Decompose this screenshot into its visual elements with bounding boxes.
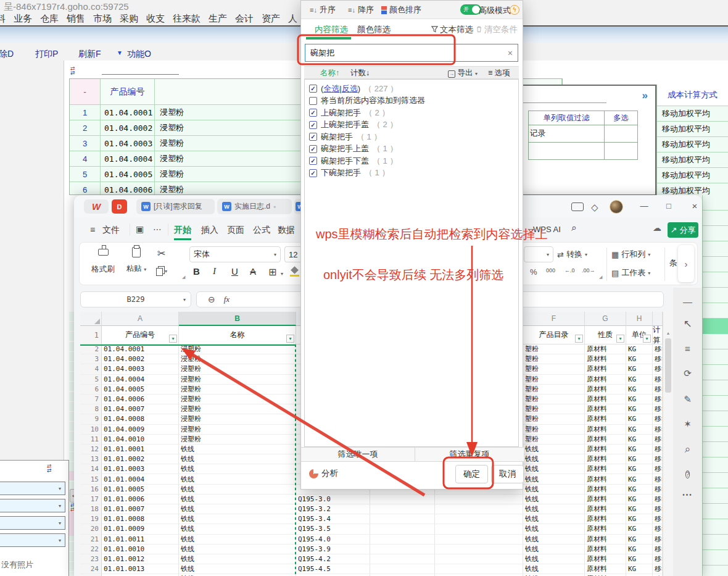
filter-button[interactable]: ▾: [643, 335, 651, 343]
conditional-format-button[interactable]: 条: [669, 257, 677, 269]
rows-cols-button[interactable]: ▦ 行和列▾: [611, 249, 650, 260]
erp-filter-input[interactable]: [102, 65, 179, 75]
scrollbar-thumb[interactable]: [665, 338, 671, 393]
erp-menu-item[interactable]: 生产: [209, 13, 227, 25]
select-all-corner[interactable]: [80, 312, 102, 326]
more-menu-icon[interactable]: ⋯: [153, 224, 162, 234]
tab-text-filter[interactable]: 文本筛选: [440, 24, 473, 35]
ribbon-expand-button[interactable]: ›: [678, 245, 694, 282]
percent-style-button[interactable]: %: [530, 267, 537, 277]
filter-button[interactable]: ▾: [169, 335, 177, 343]
erp-menu-item[interactable]: 往来款: [173, 13, 201, 25]
format-painter-button[interactable]: 格式刷: [86, 244, 120, 282]
name-box[interactable]: B229 ▾: [80, 291, 191, 307]
collapse-handle-icon[interactable]: —: [673, 296, 702, 307]
erp-print-button[interactable]: 打印P: [35, 49, 58, 60]
filter-unique-button[interactable]: 筛选唯一项: [301, 448, 415, 461]
search-icon[interactable]: ⌕: [571, 222, 577, 233]
left-dropdown-2[interactable]: ▾: [0, 499, 65, 512]
expand-double-chevron-icon[interactable]: »: [642, 90, 648, 102]
col-G[interactable]: G: [585, 312, 626, 326]
erp-menu-item[interactable]: 业务: [14, 13, 32, 25]
panel-row-record[interactable]: 记录: [529, 125, 605, 142]
name-box-caret[interactable]: ▾: [183, 297, 186, 303]
vertical-scrollbar[interactable]: ▴: [663, 312, 673, 576]
borders-button[interactable]: ⊞: [268, 266, 276, 278]
checkbox-checked[interactable]: ✓: [309, 133, 317, 141]
number-format-select[interactable]: ▾: [524, 246, 553, 262]
header-code[interactable]: 产品编号▾: [102, 326, 179, 344]
col-B[interactable]: B: [179, 312, 296, 326]
erp-col-code[interactable]: 产品编号: [101, 79, 155, 105]
sheet-row[interactable]: 23 01.01.0012 铁线 Q195-4.2 铁线 原材料 KG 移动加权…: [80, 554, 673, 564]
erp-menu-item[interactable]: 采购: [120, 13, 138, 25]
left-dropdown-1[interactable]: ▾: [0, 482, 65, 495]
minimize-button[interactable]: —: [637, 201, 651, 211]
panel-input-line[interactable]: [523, 102, 606, 103]
cloud-sync-icon[interactable]: ☁: [653, 223, 661, 233]
fill-color-button[interactable]: [289, 266, 300, 277]
app-cube-icon[interactable]: ◇: [591, 202, 598, 213]
erp-menu-item[interactable]: 销售: [67, 13, 85, 25]
sort-by-count-button[interactable]: 计数↓: [350, 68, 370, 78]
filter-button[interactable]: ▾: [616, 335, 624, 343]
filter-list-item[interactable]: ✓ 下碗架把手 （ 1 ）: [305, 167, 518, 180]
filter-button[interactable]: ▾: [575, 335, 583, 343]
menu-insert[interactable]: 插入: [201, 225, 218, 236]
advanced-mode-toggle[interactable]: 开: [460, 4, 481, 15]
tab-content-filter[interactable]: 内容筛选: [315, 24, 348, 35]
comma-style-button[interactable]: 000: [546, 267, 555, 273]
cut-button[interactable]: ✂: [157, 248, 165, 259]
left-dropdown-3[interactable]: ▾: [0, 516, 65, 530]
color-sort-button[interactable]: 颜色排序: [381, 4, 421, 15]
col-multi-select[interactable]: 多选: [605, 111, 637, 125]
underline-button[interactable]: U: [231, 266, 238, 277]
header-unit[interactable]: 单位▾: [626, 326, 653, 344]
more-dots-icon[interactable]: •••: [673, 491, 702, 498]
search-input[interactable]: 碗架把 ×: [305, 44, 518, 62]
sort-by-name-button[interactable]: 名称↑: [320, 68, 339, 78]
cancel-button[interactable]: 取消: [491, 465, 524, 483]
checkbox-checked[interactable]: ✓: [309, 121, 317, 129]
erp-menu-item[interactable]: 人: [288, 13, 297, 25]
erp-menu-item[interactable]: 会计: [235, 13, 254, 25]
sheet-row[interactable]: 21 01.01.0011 铁线 Q195-4.0 铁线 原材料 KG 移动加权…: [80, 535, 673, 545]
col-F[interactable]: F: [523, 312, 585, 326]
menu-formula[interactable]: 公式: [253, 225, 270, 236]
filter-list-item[interactable]: ✓ 上碗架把手盖 （ 2 ）: [305, 119, 518, 131]
checkbox-unchecked[interactable]: [309, 97, 317, 105]
italic-button[interactable]: I: [213, 266, 216, 277]
split-view-icon[interactable]: [571, 202, 584, 211]
copy-button[interactable]: ▾: [156, 266, 167, 276]
erp-menu-item[interactable]: 收支: [146, 13, 165, 25]
col-H[interactable]: H: [626, 312, 653, 326]
share-button[interactable]: ↗分享: [668, 222, 698, 238]
sheet-row[interactable]: 22 01.01.0010 铁线 Q195-3.9 铁线 原材料 KG 移动加权…: [80, 545, 673, 554]
tab-color-filter[interactable]: 颜色筛选: [357, 24, 391, 35]
menu-file[interactable]: 文件: [102, 225, 120, 236]
filter-button[interactable]: ▾: [286, 335, 294, 343]
strikethrough-button[interactable]: A: [250, 266, 256, 277]
sheet-row[interactable]: 24 01.01.0013 铁线 Q195-4.5 铁线 原材料 KG 移动加权…: [80, 564, 673, 574]
maximize-button[interactable]: □: [661, 201, 676, 211]
number-group-expander[interactable]: ◢: [599, 275, 602, 280]
row-1-number[interactable]: 1: [80, 326, 102, 344]
filter-list-item[interactable]: ✓ 碗架把手下盖 （ 1 ）: [305, 155, 518, 167]
erp-menu-item[interactable]: 资产: [262, 13, 280, 25]
header-catalog[interactable]: 产品目录▾: [523, 326, 585, 344]
hamburger-icon[interactable]: ≡: [90, 225, 95, 235]
analyze-button[interactable]: 分析: [309, 468, 338, 479]
checkbox-checked[interactable]: ✓: [309, 157, 317, 165]
magic-wand-icon[interactable]: ✶: [673, 419, 702, 430]
select-all-link[interactable]: 全选: [323, 83, 339, 94]
erp-menu-item[interactable]: 料: [0, 13, 6, 25]
clear-conditions-button[interactable]: 清空条件: [484, 24, 518, 35]
clear-search-icon[interactable]: ×: [508, 48, 513, 58]
scroll-up-icon[interactable]: ▴: [663, 330, 673, 336]
filter-list-item[interactable]: ✓ 碗架把手 （ 1 ）: [305, 131, 518, 143]
docer-icon[interactable]: D: [112, 199, 127, 214]
edit-note-icon[interactable]: ✎: [673, 394, 702, 405]
erp-menu-item[interactable]: 仓库: [40, 13, 59, 25]
checkbox-checked[interactable]: ✓: [309, 85, 317, 93]
sheet-row[interactable]: 19 01.01.0008 铁线 Q195-3.4 铁线 原材料 KG 移动加权…: [80, 514, 673, 524]
